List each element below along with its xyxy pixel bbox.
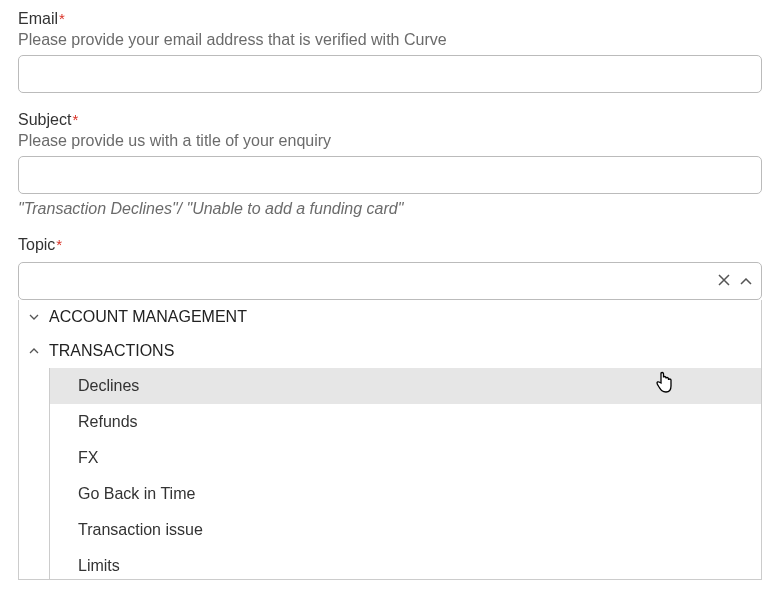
transactions-options: Declines Refunds FX Go Back in Time Tran… [49, 368, 761, 580]
option-label: Refunds [78, 413, 138, 430]
option-fx[interactable]: FX [50, 440, 761, 476]
email-label: Email [18, 10, 58, 28]
group-label-transactions: TRANSACTIONS [49, 342, 174, 360]
topic-required: * [56, 236, 62, 253]
chevron-up-icon[interactable] [740, 274, 752, 288]
topic-label: Topic [18, 236, 55, 254]
option-label: Go Back in Time [78, 485, 195, 502]
subject-input[interactable] [18, 156, 762, 194]
group-label-account-management: ACCOUNT MANAGEMENT [49, 308, 247, 326]
option-go-back-in-time[interactable]: Go Back in Time [50, 476, 761, 512]
subject-label: Subject [18, 111, 71, 129]
option-declines[interactable]: Declines [50, 368, 761, 404]
subject-required: * [72, 111, 78, 128]
email-group: Email* Please provide your email address… [18, 10, 762, 93]
email-helper: Please provide your email address that i… [18, 31, 762, 49]
email-input[interactable] [18, 55, 762, 93]
subject-helper: Please provide us with a title of your e… [18, 132, 762, 150]
option-transaction-issue[interactable]: Transaction issue [50, 512, 761, 548]
topic-group: Topic* ACCOUNT MANAGEMENT TRANSACTIONS [18, 236, 762, 580]
group-account-management[interactable]: ACCOUNT MANAGEMENT [19, 300, 761, 334]
chevron-down-icon [25, 314, 43, 321]
group-transactions[interactable]: TRANSACTIONS [19, 334, 761, 368]
option-label: Transaction issue [78, 521, 203, 538]
email-required: * [59, 10, 65, 27]
option-refunds[interactable]: Refunds [50, 404, 761, 440]
topic-select-controls [718, 274, 752, 288]
topic-select[interactable] [18, 262, 762, 300]
option-label: Declines [78, 377, 139, 394]
topic-select-wrapper [18, 262, 762, 300]
option-label: FX [78, 449, 98, 466]
subject-group: Subject* Please provide us with a title … [18, 111, 762, 218]
pointer-cursor-icon [653, 371, 675, 401]
topic-dropdown[interactable]: ACCOUNT MANAGEMENT TRANSACTIONS Declines… [18, 300, 762, 580]
clear-icon[interactable] [718, 274, 730, 288]
subject-example: "Transaction Declines"/ "Unable to add a… [18, 200, 762, 218]
chevron-up-icon [25, 348, 43, 355]
option-label: Limits [78, 557, 120, 574]
option-limits[interactable]: Limits [50, 548, 761, 580]
